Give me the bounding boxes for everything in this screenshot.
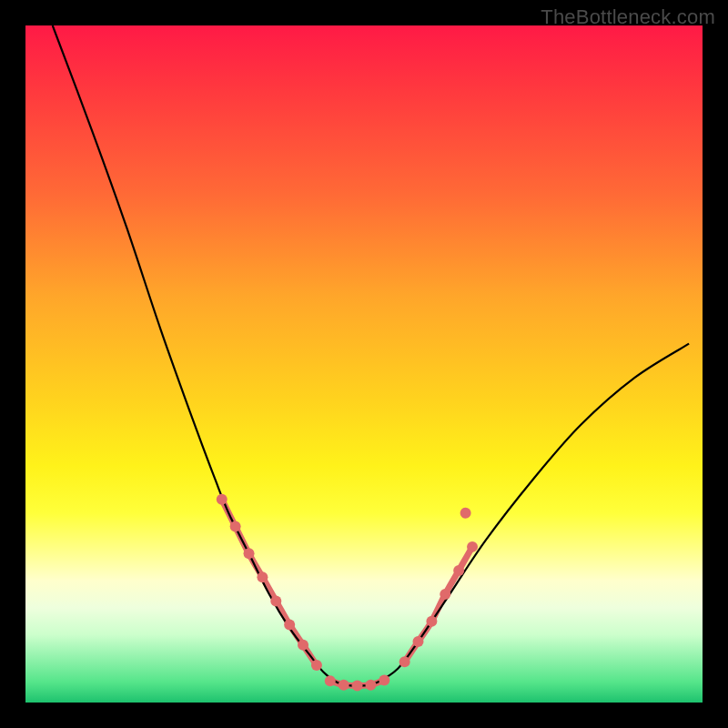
data-marker — [284, 619, 295, 630]
data-marker — [467, 541, 478, 552]
data-marker — [440, 589, 450, 600]
data-marker — [352, 680, 363, 691]
data-marker — [413, 636, 424, 647]
data-marker — [426, 616, 437, 627]
data-marker — [298, 640, 308, 651]
data-marker — [270, 595, 281, 606]
data-marker — [365, 680, 376, 691]
data-marker — [379, 674, 389, 685]
data-marker — [244, 548, 255, 559]
data-marker — [399, 656, 410, 667]
data-marker — [325, 675, 336, 686]
data-marker — [453, 565, 464, 576]
chart-svg — [25, 25, 703, 703]
marker-layer — [217, 494, 478, 692]
data-marker — [460, 508, 471, 519]
data-marker — [311, 660, 322, 671]
data-marker — [339, 680, 349, 691]
data-marker — [257, 571, 268, 582]
chart-frame: TheBottleneck.com — [0, 0, 728, 728]
chart-plot-area — [25, 25, 703, 703]
data-marker — [230, 521, 241, 532]
bottleneck-curve — [53, 25, 689, 686]
highlight-layer — [222, 500, 472, 686]
data-marker — [217, 494, 228, 505]
